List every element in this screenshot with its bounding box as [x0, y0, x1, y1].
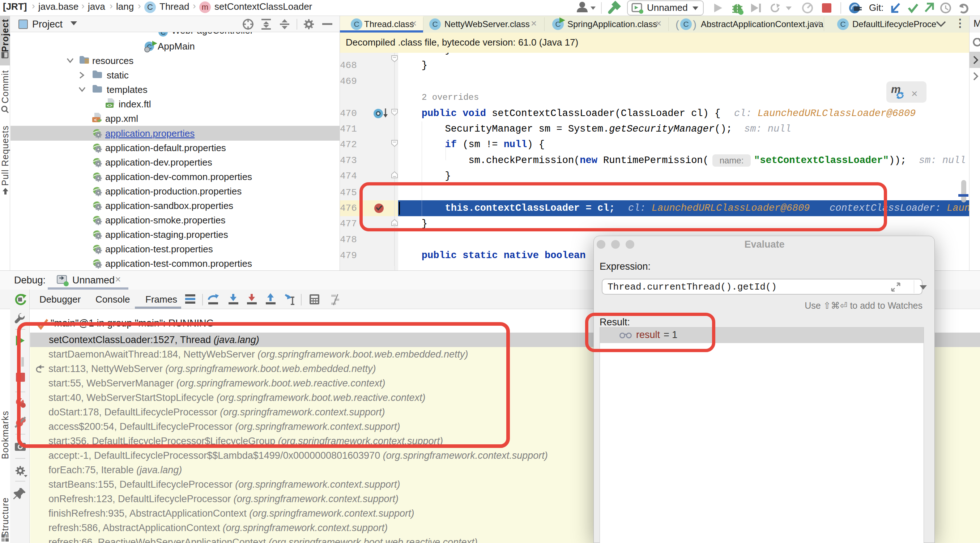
- svg-text:application-dev-common.propert: application-dev-common.properties: [105, 171, 252, 182]
- svg-text:application-default.properties: application-default.properties: [105, 143, 226, 153]
- svg-text:index.ftl: index.ftl: [119, 99, 151, 110]
- svg-text:application-test.properties: application-test.properties: [105, 244, 213, 254]
- svg-text:application-staging.properties: application-staging.properties: [105, 229, 228, 240]
- svg-text:application-sandbox.properties: application-sandbox.properties: [105, 200, 233, 211]
- svg-text:WebPageController: WebPageController: [172, 32, 253, 36]
- svg-text:resources: resources: [92, 55, 134, 66]
- svg-text:application-dev.properties: application-dev.properties: [105, 157, 212, 168]
- svg-text:application-production.propert: application-production.properties: [105, 186, 242, 197]
- svg-text:templates: templates: [107, 84, 148, 95]
- svg-text:application.properties: application.properties: [105, 128, 194, 139]
- svg-text:AppMain: AppMain: [158, 41, 195, 52]
- svg-text:static: static: [107, 70, 129, 81]
- svg-text:<>: <>: [107, 103, 113, 108]
- svg-text:Git:: Git:: [869, 2, 883, 13]
- svg-text:Unnamed: Unnamed: [647, 2, 688, 13]
- svg-text:<: <: [94, 117, 97, 123]
- svg-text:application-smoke.properties: application-smoke.properties: [105, 215, 225, 225]
- svg-text:application-test-common.proper: application-test-common.properties: [105, 258, 252, 269]
- svg-text:app.xml: app.xml: [105, 113, 138, 124]
